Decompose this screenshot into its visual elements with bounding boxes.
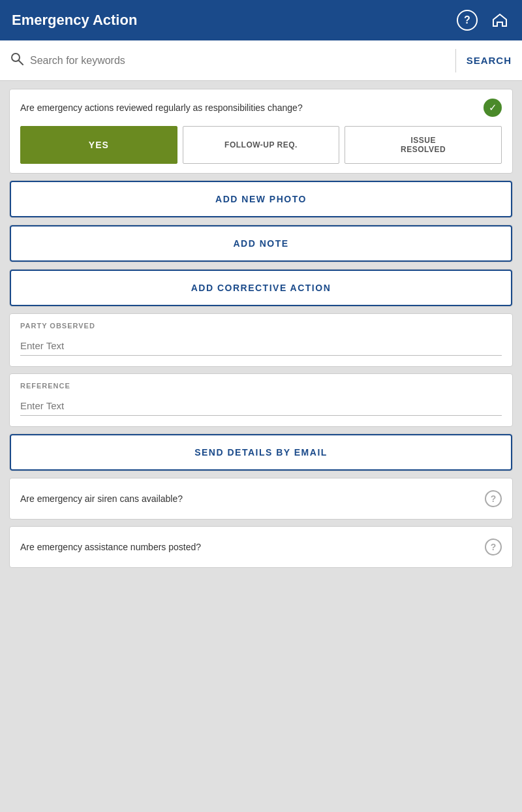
yes-button[interactable]: YES (20, 126, 177, 164)
bottom-question-text-1: Are emergency air siren cans available? (20, 493, 485, 504)
bottom-question-1: Are emergency air siren cans available? … (9, 478, 513, 520)
app-header: Emergency Action ? (0, 0, 522, 40)
reference-input[interactable] (20, 396, 502, 416)
question-card: Are emergency actions reviewed regularly… (9, 89, 513, 174)
add-photo-section: ADD NEW PHOTO (9, 180, 513, 218)
add-corrective-section: ADD CORRECTIVE ACTION (9, 269, 513, 307)
send-email-button[interactable]: SEND DETAILS BY EMAIL (10, 434, 512, 471)
check-circle-icon: ✓ (484, 99, 502, 117)
header-icons: ? (457, 10, 510, 31)
question-help-icon-1[interactable]: ? (485, 490, 502, 507)
search-divider (455, 49, 456, 72)
search-button[interactable]: SEARCH (467, 55, 512, 66)
search-input[interactable] (30, 55, 445, 67)
search-bar: SEARCH (0, 40, 522, 81)
follow-up-button[interactable]: FOLLOW-UP REQ. (183, 126, 340, 164)
question-row: Are emergency actions reviewed regularly… (20, 99, 502, 117)
help-icon[interactable]: ? (457, 10, 478, 31)
add-photo-button[interactable]: ADD NEW PHOTO (10, 181, 512, 217)
party-observed-label: PARTY OBSERVED (20, 322, 502, 330)
issue-resolved-button[interactable]: ISSUE RESOLVED (345, 126, 502, 164)
reference-label: REFERENCE (20, 382, 502, 390)
party-observed-input[interactable] (20, 336, 502, 356)
search-icon (10, 52, 23, 69)
question-text: Are emergency actions reviewed regularly… (20, 102, 484, 113)
add-note-section: ADD NOTE (9, 225, 513, 262)
main-content: Are emergency actions reviewed regularly… (0, 81, 522, 576)
home-icon[interactable] (489, 10, 510, 31)
bottom-question-2: Are emergency assistance numbers posted?… (9, 526, 513, 568)
app-title: Emergency Action (12, 12, 137, 29)
answer-button-group: YES FOLLOW-UP REQ. ISSUE RESOLVED (20, 126, 502, 164)
party-observed-section: PARTY OBSERVED (9, 313, 513, 367)
svg-line-1 (19, 61, 23, 65)
add-corrective-button[interactable]: ADD CORRECTIVE ACTION (10, 270, 512, 306)
send-email-section: SEND DETAILS BY EMAIL (9, 433, 513, 471)
question-help-icon-2[interactable]: ? (485, 539, 502, 555)
add-note-button[interactable]: ADD NOTE (10, 225, 512, 262)
svg-point-0 (12, 54, 20, 61)
bottom-question-text-2: Are emergency assistance numbers posted? (20, 542, 485, 552)
reference-section: REFERENCE (9, 373, 513, 427)
